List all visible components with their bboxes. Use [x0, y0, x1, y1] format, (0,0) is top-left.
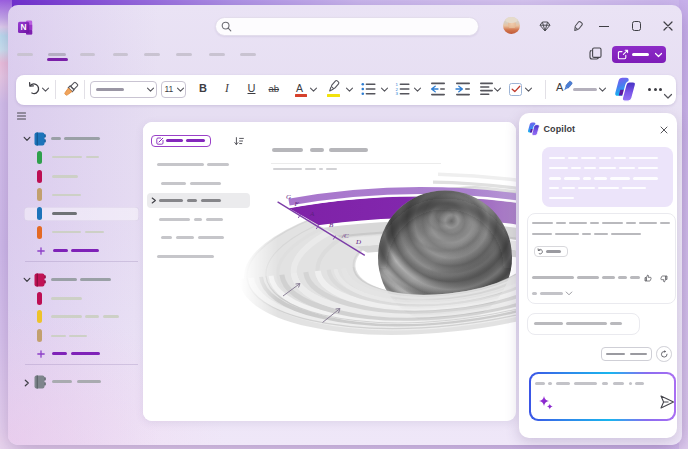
svg-text:N: N [21, 22, 27, 32]
svg-text:G: G [286, 193, 291, 201]
svg-text:3: 3 [395, 91, 398, 96]
svg-text:F: F [294, 200, 300, 208]
svg-text:/C: /C [341, 232, 349, 240]
svg-text:A: A [309, 210, 315, 218]
svg-text:B: B [329, 221, 334, 229]
svg-text:D: D [355, 238, 361, 246]
